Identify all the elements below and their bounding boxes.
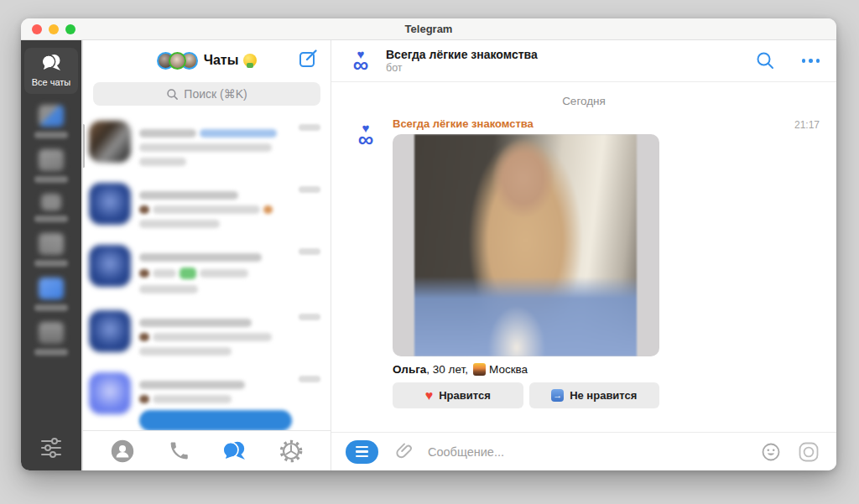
date-divider: Сегодня (331, 95, 836, 107)
message-photo[interactable] (393, 134, 659, 356)
chat-list-title: Чаты (204, 53, 239, 68)
chat-bubbles-icon (40, 53, 62, 73)
chat-list-panel: Чаты Поиск (⌘K) (81, 40, 331, 470)
message-caption: Ольга, 30 лет,Москва (393, 363, 659, 376)
bottom-tabbar (83, 430, 331, 470)
chat-avatar-blurred (89, 310, 131, 352)
bot-avatar: ♥ ∞ (345, 45, 377, 77)
folder-all-chats[interactable]: Все чаты (24, 48, 78, 94)
profile-age: , 30 лет, (426, 363, 468, 376)
chat-row-blurred[interactable] (83, 112, 331, 174)
right-arrow-emoji: → (551, 389, 564, 402)
settings-tab[interactable] (279, 439, 303, 463)
folder-icon-blurred (39, 233, 64, 255)
more-menu-button[interactable] (802, 59, 820, 63)
folder-item-blurred[interactable] (34, 278, 68, 311)
record-video-button[interactable] (798, 441, 820, 463)
chat-row-blurred[interactable] (83, 174, 331, 236)
chat-title: Всегда лёгкие знакомства (386, 48, 538, 61)
chat-avatar-blurred (89, 245, 131, 287)
chat-avatar-blurred (89, 183, 131, 225)
folder-icon-blurred (39, 278, 64, 299)
folder-label-blurred (34, 349, 68, 356)
folder-label-blurred (34, 132, 68, 138)
search-input[interactable]: Поиск (⌘K) (93, 82, 320, 106)
emoji-button[interactable] (761, 442, 781, 462)
message-sender-name[interactable]: Всегда лёгкие знакомства (393, 117, 659, 130)
chat-avatar-blurred (89, 372, 131, 414)
folder-item-blurred[interactable] (34, 322, 68, 356)
chat-pane: ♥ ∞ Всегда лёгкие знакомства бот Сегодня (331, 40, 836, 470)
folder-item-blurred[interactable] (34, 105, 68, 138)
telegram-window: Telegram Все чаты (21, 18, 836, 470)
dislike-button[interactable]: → Не нравится (529, 382, 660, 408)
folder-item-blurred[interactable] (34, 194, 68, 222)
chat-row-blurred[interactable] (83, 236, 331, 302)
folder-icon-blurred (39, 105, 64, 127)
titlebar: Telegram (21, 18, 836, 40)
folder-item-blurred[interactable] (34, 149, 68, 183)
folder-icon-blurred (39, 322, 64, 344)
attach-paperclip-button[interactable] (395, 442, 414, 461)
window-title: Telegram (21, 23, 836, 35)
infinity-icon: ∞ (358, 132, 374, 146)
message-input[interactable]: Сообщение... (428, 445, 761, 459)
folder-label-blurred (34, 176, 68, 183)
infinity-icon: ∞ (353, 58, 369, 71)
folder-all-chats-label: Все чаты (32, 77, 71, 87)
inline-keyboard: ♥ Нравится → Не нравится (393, 382, 659, 408)
money-mouth-emoji (243, 54, 257, 67)
bot-message: ♥ ∞ Всегда лёгкие знакомства Ольга, 30 л… (331, 117, 836, 408)
chat-list-header: Чаты (83, 40, 331, 81)
search-in-chat-button[interactable] (756, 51, 775, 70)
chat-list-scroll-area[interactable] (83, 112, 331, 430)
folder-label-blurred (34, 304, 68, 311)
profile-city: Москва (489, 363, 528, 376)
chat-filters-icon[interactable] (39, 437, 64, 459)
message-time: 21:17 (794, 119, 820, 131)
profile-name: Ольга (393, 363, 426, 376)
blurred-link-pill (139, 410, 292, 430)
messages-area: Сегодня ♥ ∞ Всегда лёгкие знакомства Оль… (331, 82, 836, 432)
search-icon (166, 88, 179, 101)
folder-label-blurred (34, 260, 68, 267)
composer-bar: Сообщение... (331, 432, 836, 470)
avatar (169, 52, 186, 70)
red-heart-emoji: ♥ (425, 389, 434, 403)
folder-icon-blurred (41, 194, 61, 210)
folder-item-blurred[interactable] (34, 233, 68, 267)
chat-row-blurred[interactable] (83, 302, 331, 364)
folder-avatars (157, 52, 198, 70)
like-button[interactable]: ♥ Нравится (393, 382, 523, 408)
contacts-tab[interactable] (111, 439, 134, 463)
chat-subtitle: бот (386, 62, 538, 74)
chat-header[interactable]: ♥ ∞ Всегда лёгкие знакомства бот (331, 40, 836, 82)
calls-tab[interactable] (167, 440, 189, 462)
bot-menu-button[interactable] (346, 440, 378, 464)
chats-tab-active[interactable] (221, 439, 247, 462)
cityscape-emoji (473, 363, 486, 376)
search-placeholder: Поиск (⌘K) (184, 87, 247, 101)
folder-label-blurred (34, 216, 68, 222)
folder-icon-blurred (39, 149, 64, 171)
new-message-button[interactable] (298, 49, 319, 70)
chat-avatar-blurred (89, 121, 131, 163)
photo-blurred-content (414, 134, 637, 356)
folders-sidebar: Все чаты (21, 40, 81, 470)
chat-row-blurred[interactable] (83, 364, 331, 430)
bot-avatar[interactable]: ♥ ∞ (350, 119, 382, 151)
